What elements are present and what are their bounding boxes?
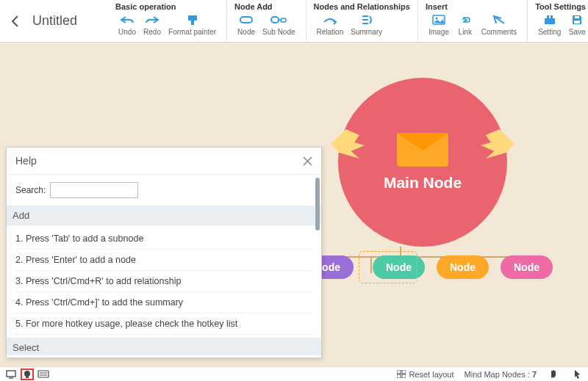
format-painter-button[interactable]: Format painter (165, 12, 219, 37)
group-tool-settings: Tool Settings Setting Save Collapse (528, 0, 588, 42)
wing-right-icon (481, 129, 514, 159)
svg-rect-2 (240, 17, 252, 23)
undo-button[interactable]: Undo (115, 12, 139, 37)
relation-button[interactable]: Relation (314, 12, 347, 37)
search-input[interactable] (50, 182, 138, 198)
svg-rect-14 (7, 371, 15, 377)
group-label: Node Add (234, 2, 298, 11)
document-title[interactable]: Untitled (32, 13, 77, 29)
svg-rect-9 (547, 15, 549, 18)
help-line: 2. Press 'Enter' to add a node (15, 250, 312, 271)
scrollbar-thumb[interactable] (315, 178, 320, 231)
format-painter-icon (184, 13, 201, 26)
help-panel: Help Search: Add 1. Press 'Tab' to add a… (6, 147, 322, 358)
summary-button[interactable]: Summary (348, 12, 385, 37)
sub-node-icon (270, 13, 287, 26)
svg-rect-12 (575, 16, 579, 18)
svg-point-16 (24, 371, 30, 377)
close-icon[interactable] (303, 156, 312, 166)
node-icon (238, 13, 254, 26)
svg-rect-1 (191, 21, 194, 25)
svg-rect-18 (38, 371, 49, 377)
envelope-icon (397, 133, 448, 167)
status-bar: Reset layout Mind Map Nodes : 7 (0, 366, 588, 381)
comments-icon (491, 13, 507, 26)
group-label: Basic operation (115, 2, 219, 11)
relation-icon (322, 13, 338, 26)
child-node-1[interactable]: Node (373, 255, 425, 279)
svg-point-7 (435, 18, 437, 20)
setting-icon (542, 13, 558, 26)
save-icon (569, 13, 585, 26)
sub-node-button[interactable]: Sub Node (259, 12, 298, 37)
reset-layout-button[interactable]: Reset layout (397, 370, 453, 379)
cursor-icon[interactable] (570, 369, 584, 380)
reset-layout-icon (397, 370, 406, 378)
node-button[interactable]: Node (234, 12, 258, 37)
group-nodes-relationships: Nodes and Relationships Relation Summary (306, 0, 418, 42)
search-label: Search: (15, 185, 46, 195)
help-line: 4. Press 'Ctrl/Cmd+]' to add the summary (15, 292, 312, 313)
svg-rect-21 (397, 370, 401, 374)
help-search-row: Search: (15, 182, 312, 198)
child-node-3[interactable]: Node (501, 255, 553, 279)
node-count: Mind Map Nodes : 7 (465, 370, 537, 379)
help-line: 3. Press 'Ctrl/Cmd+R' to add relationshi… (15, 271, 312, 292)
link-button[interactable]: Link (453, 12, 477, 37)
svg-rect-8 (545, 18, 555, 24)
svg-rect-24 (402, 374, 406, 378)
title-section: Untitled (0, 0, 87, 42)
help-line: 5. For more hotkey usage, please check t… (15, 313, 312, 335)
link-icon (457, 13, 473, 26)
help-body: Search: Add 1. Press 'Tab' to add a subn… (7, 175, 321, 355)
svg-rect-17 (26, 377, 29, 378)
group-label: Nodes and Relationships (314, 2, 410, 11)
comments-button[interactable]: Comments (478, 12, 520, 37)
hand-pan-icon[interactable] (547, 369, 560, 380)
group-insert: Insert Image Link Comments (418, 0, 528, 42)
help-line: 1. Press 'Tab' to add a subnode (15, 228, 312, 250)
toolbar-groups: Basic operation Undo Redo Format painter… (108, 0, 588, 42)
summary-icon (359, 13, 375, 26)
group-basic-operation: Basic operation Undo Redo Format painter (108, 0, 227, 42)
main-node[interactable]: Main Node (338, 78, 507, 247)
help-bulb-icon[interactable] (21, 369, 34, 380)
back-icon[interactable] (10, 15, 21, 28)
child-node-2[interactable]: Node (437, 255, 489, 279)
redo-button[interactable]: Redo (140, 12, 164, 37)
image-icon (431, 13, 447, 26)
undo-icon (119, 13, 135, 26)
svg-rect-10 (551, 15, 553, 18)
save-button[interactable]: Save (565, 12, 588, 37)
help-header: Help (7, 148, 321, 175)
help-section-add: Add (7, 206, 321, 225)
group-node-add: Node Add Node Sub Node (227, 0, 306, 42)
help-title: Help (15, 155, 37, 167)
group-label: Insert (426, 2, 520, 11)
main-node-label: Main Node (384, 174, 462, 192)
setting-button[interactable]: Setting (535, 12, 564, 37)
help-section-select: Select (7, 338, 321, 355)
svg-rect-22 (402, 370, 406, 374)
svg-rect-11 (574, 21, 580, 23)
top-toolbar: Untitled Basic operation Undo Redo Forma… (0, 0, 588, 43)
svg-rect-0 (188, 15, 197, 21)
svg-rect-4 (281, 18, 286, 22)
image-button[interactable]: Image (426, 12, 452, 37)
child-nodes: Node Node Node Node (309, 255, 553, 279)
keyboard-icon[interactable] (37, 369, 50, 380)
redo-icon (144, 13, 160, 26)
svg-rect-23 (397, 374, 401, 378)
wing-left-icon (331, 129, 365, 159)
svg-rect-3 (271, 17, 279, 23)
group-label: Tool Settings (535, 2, 588, 11)
presentation-icon[interactable] (4, 369, 18, 380)
